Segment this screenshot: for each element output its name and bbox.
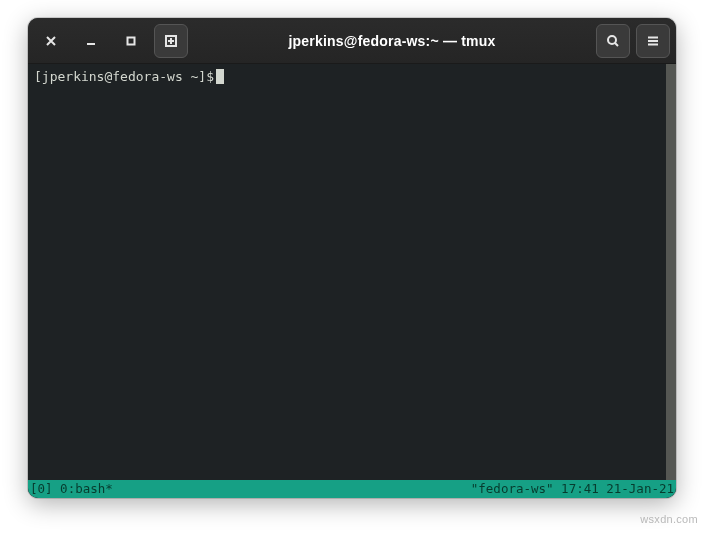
tmux-status-left: [0] 0:bash* (30, 480, 113, 498)
minimize-icon (85, 35, 97, 47)
terminal-window: jperkins@fedora-ws:~ — tmux [jperkins@fe… (28, 18, 676, 498)
titlebar-left-controls (34, 24, 188, 58)
terminal-content[interactable]: [jperkins@fedora-ws ~]$ (28, 64, 676, 480)
titlebar: jperkins@fedora-ws:~ — tmux (28, 18, 676, 64)
search-button[interactable] (596, 24, 630, 58)
tmux-status-bar: [0] 0:bash* "fedora-ws" 17:41 21-Jan-21 (28, 480, 676, 498)
menu-button[interactable] (636, 24, 670, 58)
new-tab-button[interactable] (154, 24, 188, 58)
watermark-text: wsxdn.com (640, 513, 698, 525)
hamburger-icon (646, 34, 660, 48)
terminal-scrollbar[interactable] (666, 64, 676, 480)
maximize-button[interactable] (114, 24, 148, 58)
titlebar-right-controls (596, 24, 670, 58)
close-button[interactable] (34, 24, 68, 58)
terminal-body[interactable]: [jperkins@fedora-ws ~]$ [0] 0:bash* "fed… (28, 64, 676, 498)
shell-prompt: [jperkins@fedora-ws ~]$ (34, 69, 214, 84)
maximize-icon (125, 35, 137, 47)
search-icon (606, 34, 620, 48)
close-icon (45, 35, 57, 47)
terminal-cursor (216, 69, 224, 84)
tmux-status-right: "fedora-ws" 17:41 21-Jan-21 (471, 480, 674, 498)
svg-point-2 (608, 36, 616, 44)
svg-rect-0 (128, 37, 135, 44)
new-tab-icon (164, 34, 178, 48)
window-title: jperkins@fedora-ws:~ — tmux (194, 33, 590, 49)
minimize-button[interactable] (74, 24, 108, 58)
